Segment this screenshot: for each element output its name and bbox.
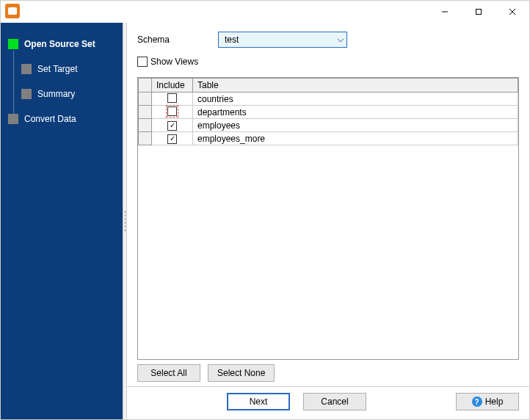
row-header[interactable]	[139, 106, 152, 119]
select-all-button[interactable]: Select All	[137, 364, 200, 382]
include-checkbox[interactable]	[167, 121, 177, 131]
include-checkbox[interactable]	[167, 106, 177, 116]
nav-step-icon	[21, 64, 32, 74]
tables-grid-table: Include Table countriesdepartmentsemploy…	[138, 78, 518, 145]
schema-select[interactable]: test	[218, 32, 347, 48]
footer-center: Next Cancel	[137, 393, 456, 410]
minimize-button[interactable]	[428, 1, 462, 23]
title-bar	[1, 1, 529, 23]
show-views-label: Show Views	[150, 57, 198, 67]
next-button[interactable]: Next	[227, 393, 290, 410]
grid-col-include-header[interactable]: Include	[152, 79, 193, 93]
show-views-checkbox-row[interactable]: Show Views	[137, 57, 519, 67]
nav-step-label: Open Source Set	[24, 39, 95, 49]
select-none-button[interactable]: Select None	[208, 364, 275, 382]
cancel-button[interactable]: Cancel	[303, 393, 366, 410]
nav-step-icon	[8, 39, 18, 49]
table-row[interactable]: employees	[139, 119, 518, 132]
table-name-cell[interactable]: countries	[193, 93, 518, 106]
grid-empty-area	[138, 145, 518, 359]
help-button-label: Help	[485, 397, 504, 407]
grid-corner-header	[139, 79, 152, 93]
body: Open Source Set Set Target Summary Conve…	[1, 23, 529, 419]
nav-step-label: Convert Data	[24, 114, 76, 124]
title-bar-left	[5, 4, 20, 18]
schema-label: Schema	[137, 35, 218, 45]
show-views-checkbox[interactable]	[137, 57, 148, 67]
wizard-window: Open Source Set Set Target Summary Conve…	[0, 0, 530, 420]
table-name-cell[interactable]: departments	[193, 106, 518, 119]
row-header[interactable]	[139, 93, 152, 106]
maximize-button[interactable]	[462, 1, 495, 23]
schema-select-value: test	[218, 32, 347, 48]
wizard-sidebar: Open Source Set Set Target Summary Conve…	[1, 23, 123, 419]
table-row[interactable]: countries	[139, 93, 518, 106]
form-area: Schema test Show Views	[127, 23, 529, 77]
table-name-cell[interactable]: employees_more	[193, 132, 518, 145]
nav-step-convert-data[interactable]: Convert Data	[1, 111, 123, 127]
nav-step-set-target[interactable]: Set Target	[14, 61, 123, 77]
schema-row: Schema test	[137, 32, 519, 48]
selection-toolbar: Select All Select None	[127, 360, 529, 387]
nav-step-open-source-set[interactable]: Open Source Set	[1, 36, 123, 52]
nav-step-icon	[21, 89, 32, 99]
table-row[interactable]: employees_more	[139, 132, 518, 145]
help-icon: ?	[472, 397, 482, 407]
nav-step-icon	[8, 114, 18, 124]
footer-right: ? Help	[456, 393, 519, 410]
row-header[interactable]	[139, 132, 152, 145]
grid-col-table-header[interactable]: Table	[193, 79, 518, 93]
window-controls	[428, 1, 529, 23]
tables-grid: Include Table countriesdepartmentsemploy…	[137, 77, 519, 360]
include-checkbox[interactable]	[167, 134, 177, 144]
app-icon	[5, 4, 20, 18]
nav-step-label: Summary	[37, 89, 75, 99]
include-cell[interactable]	[152, 119, 193, 132]
help-button[interactable]: ? Help	[456, 393, 519, 410]
wizard-footer: Next Cancel ? Help	[127, 387, 529, 419]
main-panel: Schema test Show Views	[127, 23, 529, 419]
include-cell[interactable]	[152, 93, 193, 106]
include-cell[interactable]	[152, 106, 193, 119]
row-header[interactable]	[139, 119, 152, 132]
table-row[interactable]: departments	[139, 106, 518, 119]
svg-rect-1	[476, 10, 482, 15]
include-checkbox[interactable]	[167, 93, 177, 103]
table-name-cell[interactable]: employees	[193, 119, 518, 132]
nav-step-summary[interactable]: Summary	[14, 86, 123, 102]
include-cell[interactable]	[152, 132, 193, 145]
nav-step-label: Set Target	[37, 64, 77, 74]
close-button[interactable]	[495, 1, 529, 23]
